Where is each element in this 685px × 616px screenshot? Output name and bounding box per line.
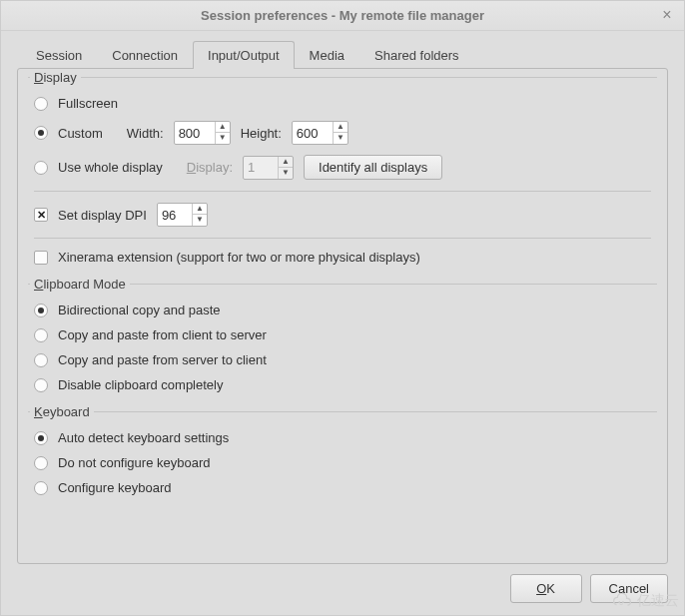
- chevron-down-icon[interactable]: ▼: [193, 215, 207, 226]
- dpi-label: Set display DPI: [58, 208, 147, 223]
- display-num-label: Display:: [187, 160, 233, 175]
- window: Session preferences - My remote file man…: [0, 0, 685, 616]
- height-spin-buttons[interactable]: ▲▼: [333, 122, 347, 144]
- width-spin-buttons[interactable]: ▲▼: [215, 122, 230, 144]
- chevron-down-icon[interactable]: ▼: [216, 133, 230, 144]
- xinerama-row[interactable]: Xinerama extension (support for two or m…: [34, 245, 651, 270]
- display-num-input: [244, 157, 278, 179]
- keyboard-legend: Keyboard: [30, 404, 94, 419]
- clipboard-option-s2c[interactable]: Copy and paste from server to client: [34, 347, 651, 372]
- ok-button[interactable]: OK: [510, 574, 582, 603]
- clipboard-option-bidirectional[interactable]: Bidirectional copy and paste: [34, 298, 651, 322]
- identify-displays-button[interactable]: Identify all displays: [304, 155, 442, 180]
- display-fieldset: Display Fullscreen Custom Width: ▲▼: [28, 77, 657, 274]
- whole-display-label: Use whole display: [58, 160, 163, 175]
- chevron-down-icon: ▼: [279, 168, 293, 179]
- tab-media[interactable]: Media: [295, 41, 359, 69]
- content-area: Session Connection Input/Output Media Sh…: [1, 31, 684, 564]
- tab-session[interactable]: Session: [21, 41, 97, 69]
- chevron-up-icon[interactable]: ▲: [334, 122, 347, 133]
- dpi-row[interactable]: ✕ Set display DPI ▲▼: [34, 198, 651, 232]
- display-num-stepper: ▲▼: [243, 156, 294, 180]
- clipboard-option-disable[interactable]: Disable clipboard completely: [34, 372, 651, 397]
- chevron-down-icon[interactable]: ▼: [334, 133, 347, 144]
- chevron-up-icon: ▲: [279, 157, 293, 168]
- chevron-up-icon[interactable]: ▲: [193, 204, 207, 215]
- clipboard-fieldset: Clipboard Mode Bidirectional copy and pa…: [28, 284, 657, 401]
- keyboard-option-auto[interactable]: Auto detect keyboard settings: [34, 425, 651, 450]
- fullscreen-label: Fullscreen: [58, 96, 118, 111]
- fullscreen-row[interactable]: Fullscreen: [34, 91, 651, 116]
- dpi-spin-buttons[interactable]: ▲▼: [192, 204, 207, 226]
- cancel-button[interactable]: Cancel: [590, 574, 668, 603]
- radio-custom[interactable]: [34, 126, 48, 140]
- dpi-stepper[interactable]: ▲▼: [157, 203, 208, 227]
- keyboard-option-label: Configure keyboard: [58, 480, 171, 495]
- radio-clip-c2s[interactable]: [34, 328, 48, 342]
- width-stepper[interactable]: ▲▼: [174, 121, 231, 145]
- divider: [34, 191, 651, 192]
- clipboard-option-label: Bidirectional copy and paste: [58, 303, 221, 317]
- radio-kb-none[interactable]: [34, 456, 48, 470]
- custom-row[interactable]: Custom Width: ▲▼ Height: ▲▼: [34, 116, 651, 150]
- height-stepper[interactable]: ▲▼: [292, 121, 348, 145]
- dpi-input[interactable]: [158, 204, 192, 226]
- checkbox-xinerama[interactable]: [34, 251, 48, 265]
- tab-bar: Session Connection Input/Output Media Sh…: [17, 41, 668, 69]
- height-input[interactable]: [293, 122, 333, 144]
- whole-display-row[interactable]: Use whole display Display: ▲▼ Identify a…: [34, 150, 651, 185]
- radio-clip-disable[interactable]: [34, 378, 48, 392]
- keyboard-option-label: Auto detect keyboard settings: [58, 430, 229, 445]
- close-icon[interactable]: ×: [658, 7, 676, 25]
- clipboard-option-label: Disable clipboard completely: [58, 377, 223, 392]
- divider: [34, 238, 651, 239]
- tab-connection[interactable]: Connection: [97, 41, 193, 69]
- height-label: Height:: [241, 126, 282, 141]
- clipboard-option-c2s[interactable]: Copy and paste from client to server: [34, 322, 651, 347]
- keyboard-option-none[interactable]: Do not configure keyboard: [34, 450, 651, 475]
- panel: Display Fullscreen Custom Width: ▲▼: [17, 68, 668, 564]
- keyboard-option-configure[interactable]: Configure keyboard: [34, 475, 651, 500]
- custom-label: Custom: [58, 126, 103, 141]
- radio-clip-bidir[interactable]: [34, 304, 48, 317]
- chevron-up-icon[interactable]: ▲: [216, 122, 230, 133]
- keyboard-option-label: Do not configure keyboard: [58, 455, 210, 470]
- radio-clip-s2c[interactable]: [34, 353, 48, 367]
- clipboard-option-label: Copy and paste from server to client: [58, 352, 267, 367]
- radio-fullscreen[interactable]: [34, 97, 48, 111]
- tab-input-output[interactable]: Input/Output: [193, 41, 295, 69]
- tab-shared-folders[interactable]: Shared folders: [359, 41, 474, 69]
- radio-whole-display[interactable]: [34, 161, 48, 175]
- radio-kb-auto[interactable]: [34, 431, 48, 445]
- radio-kb-configure[interactable]: [34, 481, 48, 495]
- width-label: Width:: [127, 126, 164, 141]
- keyboard-fieldset: Keyboard Auto detect keyboard settings D…: [28, 411, 657, 504]
- clipboard-legend: Clipboard Mode: [30, 277, 130, 292]
- checkbox-dpi[interactable]: ✕: [34, 208, 48, 222]
- window-title: Session preferences - My remote file man…: [201, 8, 484, 23]
- display-num-spin-buttons: ▲▼: [278, 157, 293, 179]
- display-legend: Display: [30, 70, 81, 85]
- titlebar: Session preferences - My remote file man…: [1, 1, 684, 31]
- xinerama-label: Xinerama extension (support for two or m…: [58, 250, 420, 265]
- clipboard-option-label: Copy and paste from client to server: [58, 327, 267, 342]
- width-input[interactable]: [175, 122, 215, 144]
- dialog-footer: OK Cancel: [1, 564, 684, 615]
